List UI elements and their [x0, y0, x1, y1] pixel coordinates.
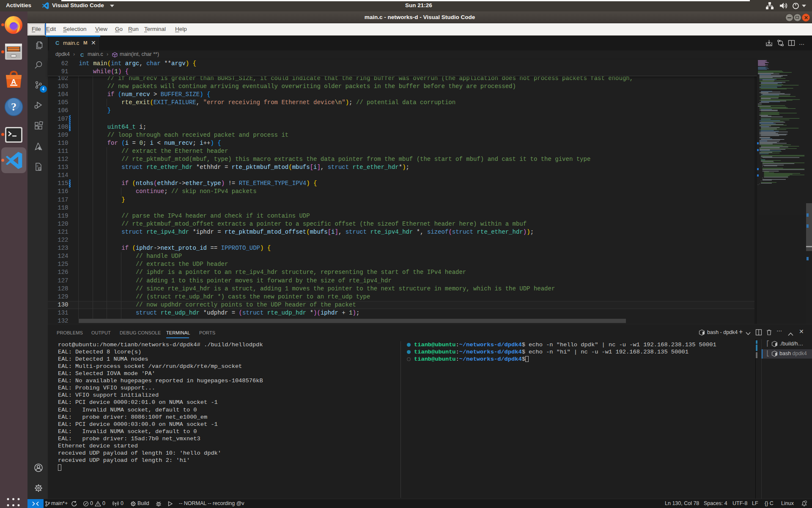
svg-text:?: ?: [11, 101, 16, 113]
svg-text:C: C: [37, 165, 38, 168]
